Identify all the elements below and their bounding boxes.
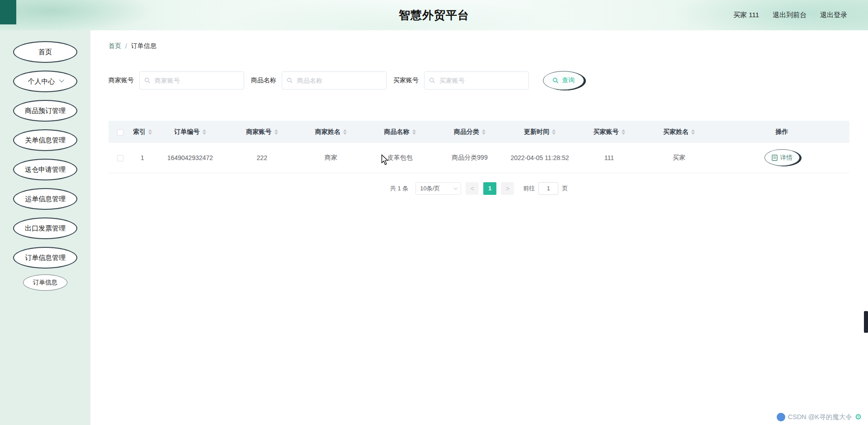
sidebar-subitem-label: 订单信息 <box>33 279 57 287</box>
buyer-account-input-wrap <box>424 71 529 90</box>
main-content: 首页 / 订单信息 商家账号 商品名称 买家账号 <box>90 30 868 425</box>
col-header-index[interactable]: 索引 <box>132 121 153 143</box>
pagination: 共 1 条 10条/页 < 1 > 前往 页 <box>108 182 849 195</box>
cell-buyer-name: 买家 <box>644 143 714 173</box>
header-user-label[interactable]: 买家 111 <box>733 11 759 19</box>
merchant-account-label: 商家账号 <box>108 76 134 85</box>
col-header-product-name[interactable]: 商品名称 <box>365 121 434 143</box>
prev-page-button[interactable]: < <box>466 182 479 195</box>
goto-suffix-label: 页 <box>562 184 568 193</box>
goto-prefix-label: 前往 <box>523 184 535 193</box>
breadcrumb-separator: / <box>125 42 127 50</box>
cell-index: 1 <box>132 143 153 173</box>
select-all-checkbox[interactable] <box>117 129 123 136</box>
page-1-button[interactable]: 1 <box>483 182 496 195</box>
sort-icon[interactable] <box>274 129 278 135</box>
cell-updated: 2022-04-05 11:28:52 <box>505 143 575 173</box>
sidebar-item-personal-center[interactable]: 个人中心 <box>13 71 77 92</box>
table-row: 1 1649042932472 222 商家 皮革包包 商品分类999 2022… <box>108 143 849 173</box>
sidebar-subitem-order-info[interactable]: 订单信息 <box>23 274 67 291</box>
buyer-account-input[interactable] <box>424 71 529 90</box>
sidebar-item-product-reservation[interactable]: 商品预订管理 <box>13 100 77 122</box>
detail-button-label: 详情 <box>780 154 793 162</box>
sort-icon[interactable] <box>148 129 152 135</box>
sort-icon[interactable] <box>482 129 486 135</box>
search-icon <box>144 77 151 84</box>
logout-link[interactable]: 退出登录 <box>820 11 847 19</box>
cell-actions: 详情 <box>714 143 849 173</box>
breadcrumb: 首页 / 订单信息 <box>108 42 849 50</box>
product-name-input-wrap <box>282 71 387 90</box>
col-header-actions: 操作 <box>714 121 849 143</box>
pagination-goto: 前往 页 <box>523 182 568 195</box>
query-button[interactable]: 查询 <box>543 71 584 90</box>
cell-product-name: 皮革包包 <box>365 143 434 173</box>
sidebar-item-label: 订单信息管理 <box>25 254 66 262</box>
exit-to-front-link[interactable]: 退出到前台 <box>773 11 807 19</box>
sort-icon[interactable] <box>343 129 347 135</box>
chevron-down-icon <box>59 77 64 82</box>
col-header-merchant-account[interactable]: 商家账号 <box>227 121 297 143</box>
sidebar-item-export-invoice[interactable]: 出口发票管理 <box>13 217 77 239</box>
table-header-row: 索引 订单编号 商家账号 商家姓名 商品名称 商品分类 更新时间 买家账号 买家… <box>108 121 849 143</box>
scrollbar-thumb[interactable] <box>864 311 868 333</box>
sidebar-item-label: 商品预订管理 <box>25 107 66 115</box>
cell-merchant-account: 222 <box>227 143 297 173</box>
header-links: 买家 111 退出到前台 退出登录 <box>733 0 847 30</box>
search-filter-row: 商家账号 商品名称 买家账号 查询 <box>108 71 849 90</box>
search-icon <box>429 77 435 84</box>
orders-table: 索引 订单编号 商家账号 商家姓名 商品名称 商品分类 更新时间 买家账号 买家… <box>108 121 849 173</box>
sort-icon[interactable] <box>203 129 206 135</box>
sort-icon[interactable] <box>412 129 416 135</box>
breadcrumb-current: 订单信息 <box>131 42 156 50</box>
col-header-order-no[interactable]: 订单编号 <box>153 121 227 143</box>
sort-icon[interactable] <box>622 129 625 135</box>
col-header-category[interactable]: 商品分类 <box>434 121 505 143</box>
merchant-account-input[interactable] <box>139 71 244 90</box>
row-checkbox[interactable] <box>117 155 123 161</box>
cell-buyer-account: 111 <box>575 143 644 173</box>
col-header-buyer-account[interactable]: 买家账号 <box>575 121 644 143</box>
csdn-watermark: CSDN @K寻的魔大令 ⚙ <box>777 412 862 422</box>
search-icon <box>552 77 559 84</box>
cell-order-no: 1649042932472 <box>153 143 227 173</box>
goto-page-input[interactable] <box>538 182 558 195</box>
sidebar-item-waybill-info[interactable]: 运单信息管理 <box>13 188 77 210</box>
merchant-account-input-wrap <box>139 71 244 90</box>
sidebar-item-order-info-mgmt[interactable]: 订单信息管理 <box>13 247 77 269</box>
sidebar-item-label: 出口发票管理 <box>25 224 66 233</box>
sidebar-item-customs-order[interactable]: 关单信息管理 <box>13 129 77 151</box>
sidebar-item-label: 关单信息管理 <box>25 136 66 145</box>
next-page-button[interactable]: > <box>501 182 514 195</box>
sidebar-item-label: 首页 <box>38 48 52 57</box>
cell-merchant-name: 商家 <box>297 143 365 173</box>
page-size-select[interactable]: 10条/页 <box>415 182 461 195</box>
pagination-total: 共 1 条 <box>390 184 408 193</box>
sort-icon[interactable] <box>552 129 556 135</box>
gear-icon: ⚙ <box>855 412 862 422</box>
top-header: 智慧外贸平台 买家 111 退出到前台 退出登录 <box>0 0 868 30</box>
detail-button[interactable]: 详情 <box>764 149 800 166</box>
product-name-label: 商品名称 <box>251 76 276 85</box>
buyer-account-label: 买家账号 <box>393 76 419 85</box>
sidebar: 首页 个人中心 商品预订管理 关单信息管理 送仓申请管理 运单信息管理 出口发票… <box>0 30 90 425</box>
col-header-updated[interactable]: 更新时间 <box>505 121 575 143</box>
search-icon <box>287 77 293 84</box>
col-header-merchant-name[interactable]: 商家姓名 <box>297 121 365 143</box>
sidebar-item-label: 个人中心 <box>28 77 55 86</box>
cell-category: 商品分类999 <box>434 143 505 173</box>
product-name-input[interactable] <box>282 71 387 90</box>
page-size-value: 10条/页 <box>420 184 440 193</box>
document-icon <box>772 155 778 161</box>
sidebar-item-label: 送仓申请管理 <box>25 165 66 174</box>
chevron-down-icon <box>453 185 458 190</box>
app-window: 智慧外贸平台 买家 111 退出到前台 退出登录 首页 个人中心 商品预订管理 … <box>0 0 868 425</box>
watermark-text: CSDN @K寻的魔大令 <box>788 413 852 421</box>
sidebar-item-warehouse-apply[interactable]: 送仓申请管理 <box>13 159 77 180</box>
breadcrumb-home[interactable]: 首页 <box>108 42 121 50</box>
csdn-logo-icon <box>777 413 785 421</box>
col-header-buyer-name[interactable]: 买家姓名 <box>644 121 714 143</box>
sidebar-item-label: 运单信息管理 <box>25 195 66 203</box>
sort-icon[interactable] <box>691 129 695 135</box>
sidebar-item-home[interactable]: 首页 <box>13 41 77 63</box>
